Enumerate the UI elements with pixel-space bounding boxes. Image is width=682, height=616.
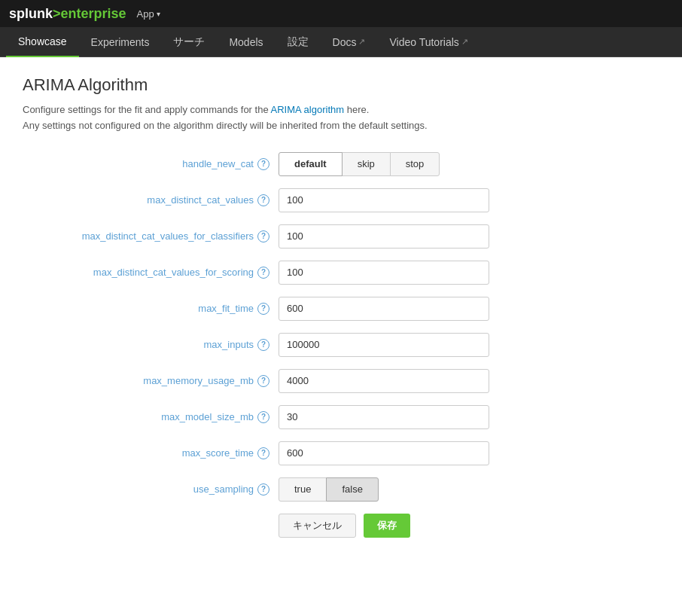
input-max-model-size-mb[interactable]: [279, 405, 489, 429]
app-caret-icon: ▾: [157, 10, 160, 18]
nav-label-experiments: Experiments: [91, 36, 150, 48]
help-icon-max-model-size-mb[interactable]: ?: [257, 411, 269, 423]
label-max-fit-time: max_fit_time ?: [23, 303, 279, 315]
nav-label-video-tutorials: Video Tutorials: [389, 36, 458, 48]
nav-label-showcase: Showcase: [18, 35, 67, 47]
page-title: ARIMA Algorithm: [23, 75, 655, 95]
logo: splunk>enterprise: [9, 6, 126, 22]
label-max-memory-usage-mb: max_memory_usage_mb ?: [23, 375, 279, 387]
help-icon-max-inputs[interactable]: ?: [257, 339, 269, 351]
logo-arrow: >: [53, 6, 61, 22]
help-icon-max-distinct-cat-classifiers[interactable]: ?: [257, 230, 269, 242]
video-tutorials-external-icon: ↗: [461, 37, 468, 47]
help-icon-max-fit-time[interactable]: ?: [257, 303, 269, 315]
settings-form: handle_new_cat ? default skip stop max_d…: [23, 152, 655, 538]
input-max-distinct-cat-values[interactable]: [279, 188, 489, 212]
docs-external-icon: ↗: [358, 37, 365, 47]
label-max-distinct-cat-scoring: max_distinct_cat_values_for_scoring ?: [23, 267, 279, 279]
help-icon-max-memory-usage-mb[interactable]: ?: [257, 375, 269, 387]
nav-item-models[interactable]: Models: [217, 27, 275, 57]
cancel-button[interactable]: キャンセル: [279, 514, 356, 538]
control-max-memory-usage-mb: [279, 369, 489, 393]
logo-enterprise: enterprise: [61, 6, 126, 22]
control-max-distinct-cat-values: [279, 188, 489, 212]
app-label: App: [137, 8, 154, 20]
field-max-model-size-mb: max_model_size_mb ?: [23, 405, 655, 429]
label-max-distinct-cat-values: max_distinct_cat_values ?: [23, 194, 279, 206]
nav-item-video-tutorials[interactable]: Video Tutorials ↗: [377, 27, 480, 57]
input-max-distinct-cat-classifiers[interactable]: [279, 224, 489, 249]
input-max-memory-usage-mb[interactable]: [279, 369, 489, 393]
help-icon-handle-new-cat[interactable]: ?: [257, 158, 269, 170]
control-max-fit-time: [279, 297, 489, 321]
help-icon-max-score-time[interactable]: ?: [257, 447, 269, 459]
input-max-distinct-cat-scoring[interactable]: [279, 261, 489, 285]
input-max-score-time[interactable]: [279, 441, 489, 465]
field-max-distinct-cat-classifiers: max_distinct_cat_values_for_classifiers …: [23, 224, 655, 249]
field-max-distinct-cat-values: max_distinct_cat_values ?: [23, 188, 655, 212]
field-max-memory-usage-mb: max_memory_usage_mb ?: [23, 369, 655, 393]
control-max-distinct-cat-scoring: [279, 261, 489, 285]
nav-label-settings: 設定: [288, 35, 309, 49]
nav-item-docs[interactable]: Docs ↗: [321, 27, 378, 57]
label-handle-new-cat: handle_new_cat ?: [23, 158, 279, 170]
input-max-inputs[interactable]: [279, 333, 489, 357]
topbar: splunk>enterprise App ▾: [0, 0, 682, 27]
label-max-inputs: max_inputs ?: [23, 339, 279, 351]
field-max-fit-time: max_fit_time ?: [23, 297, 655, 321]
nav-item-experiments[interactable]: Experiments: [79, 27, 162, 57]
arima-link[interactable]: ARIMA algorithm: [271, 104, 345, 115]
app-menu[interactable]: App ▾: [137, 8, 160, 20]
nav-label-search: サーチ: [173, 35, 205, 49]
help-icon-max-distinct-cat-values[interactable]: ?: [257, 194, 269, 206]
control-use-sampling: true false: [279, 477, 489, 502]
option-handle-new-cat-skip[interactable]: skip: [342, 152, 391, 176]
control-max-distinct-cat-classifiers: [279, 224, 489, 249]
option-use-sampling-true[interactable]: true: [279, 477, 327, 502]
option-handle-new-cat-default[interactable]: default: [279, 152, 343, 176]
nav-item-search[interactable]: サーチ: [161, 27, 217, 57]
logo-splunk: splunk: [9, 6, 53, 22]
option-use-sampling-false[interactable]: false: [326, 477, 378, 502]
input-max-fit-time[interactable]: [279, 297, 489, 321]
main-content: ARIMA Algorithm Configure settings for t…: [0, 57, 677, 556]
control-max-model-size-mb: [279, 405, 489, 429]
help-icon-use-sampling[interactable]: ?: [257, 483, 269, 496]
save-button[interactable]: 保存: [364, 514, 410, 538]
page-description: Configure settings for the fit and apply…: [23, 102, 655, 134]
help-icon-max-distinct-cat-scoring[interactable]: ?: [257, 267, 269, 279]
description-line2: Any settings not configured on the algor…: [23, 120, 428, 131]
nav-item-settings[interactable]: 設定: [276, 27, 321, 57]
nav-label-docs: Docs: [333, 36, 357, 48]
control-handle-new-cat: default skip stop: [279, 152, 489, 176]
control-max-inputs: [279, 333, 489, 357]
option-handle-new-cat-stop[interactable]: stop: [390, 152, 440, 176]
field-use-sampling: use_sampling ? true false: [23, 477, 655, 502]
label-use-sampling: use_sampling ?: [23, 483, 279, 496]
nav-item-showcase[interactable]: Showcase: [6, 27, 79, 57]
field-max-inputs: max_inputs ?: [23, 333, 655, 357]
navbar: Showcase Experiments サーチ Models 設定 Docs …: [0, 27, 682, 57]
label-max-model-size-mb: max_model_size_mb ?: [23, 411, 279, 423]
control-max-score-time: [279, 441, 489, 465]
form-actions: キャンセル 保存: [23, 514, 655, 538]
field-max-distinct-cat-scoring: max_distinct_cat_values_for_scoring ?: [23, 261, 655, 285]
label-max-distinct-cat-classifiers: max_distinct_cat_values_for_classifiers …: [23, 230, 279, 242]
nav-label-models: Models: [229, 36, 263, 48]
field-handle-new-cat: handle_new_cat ? default skip stop: [23, 152, 655, 176]
label-max-score-time: max_score_time ?: [23, 447, 279, 459]
field-max-score-time: max_score_time ?: [23, 441, 655, 465]
description-line1: Configure settings for the fit and apply…: [23, 104, 369, 115]
